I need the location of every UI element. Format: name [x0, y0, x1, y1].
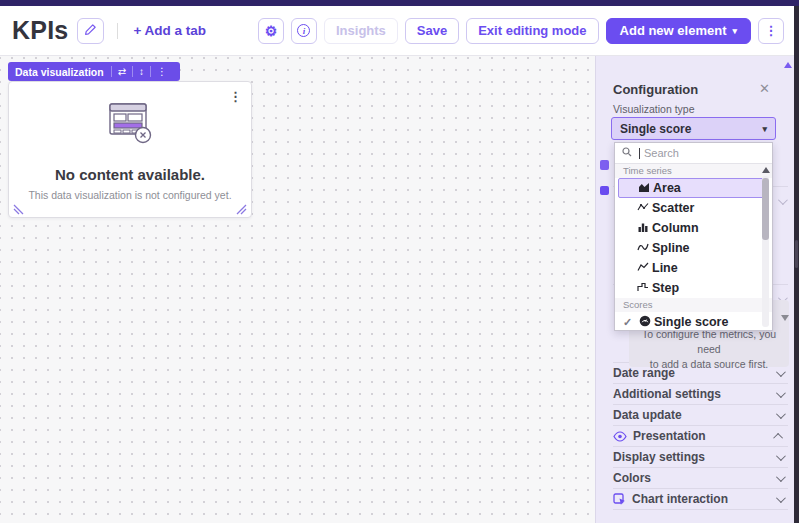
insights-button[interactable]: Insights: [324, 18, 398, 44]
more-options-button[interactable]: ⋮: [758, 18, 784, 44]
covered-panel-icon: [600, 186, 609, 195]
top-window-strip: [0, 0, 799, 6]
resize-handle-bottom-left[interactable]: [13, 201, 25, 213]
save-button[interactable]: Save: [405, 18, 459, 44]
dropdown-item-spline[interactable]: Spline: [615, 238, 772, 258]
move-vertical-icon[interactable]: ↕: [133, 62, 150, 81]
panel-title: Configuration: [613, 82, 698, 97]
dropdown-group-label: Time series: [615, 164, 772, 178]
scroll-down-icon[interactable]: [781, 315, 789, 321]
scroll-thumb[interactable]: [762, 178, 769, 240]
visualization-type-dropdown: Search Time series Area Scatter Column S…: [614, 142, 773, 331]
search-input[interactable]: Search: [615, 143, 772, 164]
resize-handle-bottom-right[interactable]: [235, 201, 247, 213]
section-additional-settings[interactable]: Additional settings: [613, 384, 788, 405]
area-chart-icon: [638, 181, 650, 196]
dropdown-group-label: Scores: [615, 298, 772, 312]
step-chart-icon: [637, 281, 649, 296]
section-data-update[interactable]: Data update: [613, 405, 788, 426]
section-display-settings[interactable]: Display settings: [613, 447, 788, 468]
empty-state-title: No content available.: [9, 166, 251, 183]
dropdown-scrollbar[interactable]: [761, 167, 770, 327]
header: KPIs + Add a tab ⚙ i Insights Save Exit …: [0, 6, 799, 56]
section-colors[interactable]: Colors: [613, 468, 788, 489]
edit-title-button[interactable]: [77, 18, 104, 44]
widget-kebab-icon[interactable]: ⋮: [229, 89, 242, 104]
single-score-icon: [639, 315, 651, 330]
search-icon: [622, 146, 632, 160]
page-title: KPIs: [12, 16, 68, 45]
scrollbar-thumb[interactable]: [795, 240, 798, 268]
visualization-type-select[interactable]: Single score ▾: [611, 117, 776, 140]
dashboard-canvas: Data visualization ⇄ ↕ ⋮ ⋮: [0, 56, 595, 523]
column-chart-icon: [637, 221, 649, 236]
settings-sections: Date range Additional settings Data upda…: [613, 362, 788, 510]
scatter-chart-icon: [637, 201, 649, 216]
spline-chart-icon: [637, 241, 649, 256]
panel-scroll-up-icon[interactable]: [784, 62, 792, 68]
dropdown-item-area[interactable]: Area: [618, 178, 769, 198]
kebab-icon: ⋮: [765, 23, 778, 38]
widget-menu-icon[interactable]: ⋮: [151, 62, 173, 81]
configuration-panel: Configuration ✕ Visualization type Singl…: [595, 56, 794, 523]
info-icon: i: [297, 24, 310, 37]
dropdown-item-column[interactable]: Column: [615, 218, 772, 238]
chevron-down-icon: [776, 451, 786, 461]
chevron-down-icon: [776, 472, 786, 482]
dropdown-item-single-score[interactable]: ✓ Single score: [615, 312, 772, 332]
empty-state-subtitle: This data visualization is not configure…: [9, 189, 251, 201]
search-placeholder: Search: [644, 147, 679, 159]
chart-interaction-icon: [613, 493, 626, 506]
move-horizontal-icon[interactable]: ⇄: [112, 62, 132, 81]
settings-button[interactable]: ⚙: [258, 18, 284, 44]
exit-editing-mode-button[interactable]: Exit editing mode: [466, 18, 598, 44]
close-icon[interactable]: ✕: [759, 81, 770, 96]
widget-toolbar: Data visualization ⇄ ↕ ⋮: [8, 62, 180, 81]
chevron-down-icon: [776, 493, 786, 503]
header-divider: [117, 23, 118, 39]
chevron-down-icon: ▾: [732, 26, 737, 36]
check-icon: ✓: [623, 316, 636, 329]
scroll-up-icon[interactable]: [762, 167, 770, 173]
line-chart-icon: [637, 261, 649, 276]
right-scrollbar-strip[interactable]: [794, 0, 799, 523]
section-presentation[interactable]: Presentation: [613, 426, 788, 447]
section-chart-interaction[interactable]: Chart interaction: [613, 489, 788, 510]
covered-panel-icon: [600, 160, 609, 170]
visualization-type-label: Visualization type: [613, 103, 695, 115]
covered-chevron-icon: [778, 198, 790, 205]
add-tab-button[interactable]: + Add a tab: [133, 23, 206, 38]
eye-icon: [613, 431, 627, 442]
gear-icon: ⚙: [265, 24, 278, 38]
pencil-icon: [84, 22, 97, 40]
data-visualization-widget[interactable]: ⋮ No content available. This data visual…: [8, 81, 252, 218]
dropdown-item-step[interactable]: Step: [615, 278, 772, 298]
chevron-down-icon: [776, 388, 786, 398]
dropdown-item-scatter[interactable]: Scatter: [615, 198, 772, 218]
chevron-down-icon: [776, 409, 786, 419]
text-caret: [639, 148, 640, 159]
dashboard-editor: KPIs + Add a tab ⚙ i Insights Save Exit …: [0, 0, 799, 523]
dropdown-item-line[interactable]: Line: [615, 258, 772, 278]
info-button[interactable]: i: [291, 18, 317, 44]
widget-type-label: Data visualization: [15, 66, 111, 78]
add-new-element-button[interactable]: Add new element▾: [606, 18, 751, 44]
chevron-down-icon: ▾: [762, 124, 767, 134]
empty-widget-illustration: [104, 100, 156, 150]
